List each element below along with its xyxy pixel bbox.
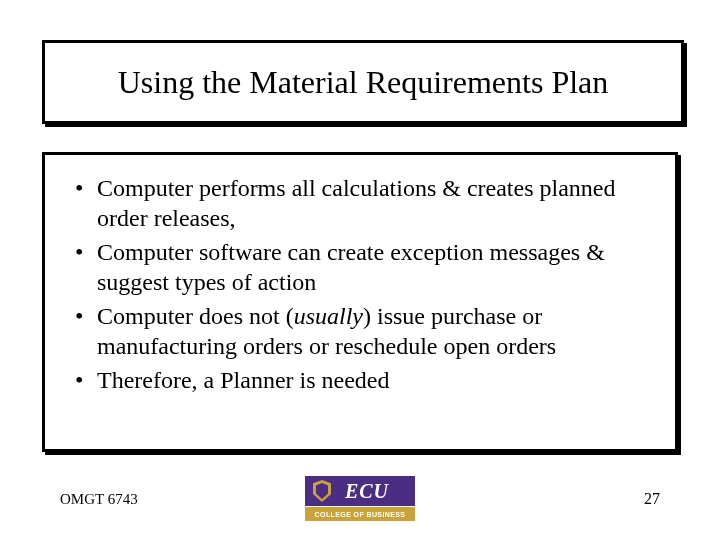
ecu-logo: ECU COLLEGE OF BUSINESS: [305, 476, 415, 522]
bullet-text: Therefore, a Planner is needed: [97, 367, 390, 393]
footer: OMGT 6743 ECU COLLEGE OF BUSINESS 27: [0, 476, 720, 522]
body-box: Computer performs all calculations & cre…: [42, 152, 678, 452]
bullet-list: Computer performs all calculations & cre…: [69, 173, 651, 395]
shield-icon: [313, 480, 331, 502]
logo-top: ECU: [305, 476, 415, 506]
list-item: Computer software can create exception m…: [69, 237, 651, 297]
bullet-text: Computer performs all calculations & cre…: [97, 175, 615, 231]
logo-bottom: COLLEGE OF BUSINESS: [305, 506, 415, 521]
title-box: Using the Material Requirements Plan: [42, 40, 684, 124]
list-item: Computer does not (usually) issue purcha…: [69, 301, 651, 361]
list-item: Computer performs all calculations & cre…: [69, 173, 651, 233]
list-item: Therefore, a Planner is needed: [69, 365, 651, 395]
slide: Using the Material Requirements Plan Com…: [0, 0, 720, 540]
course-code: OMGT 6743: [60, 491, 138, 508]
slide-title: Using the Material Requirements Plan: [118, 64, 609, 101]
logo-acronym: ECU: [345, 480, 389, 503]
bullet-text: Computer does not (: [97, 303, 294, 329]
bullet-em: usually: [294, 303, 363, 329]
logo-subline: COLLEGE OF BUSINESS: [315, 511, 406, 518]
bullet-text: Computer software can create exception m…: [97, 239, 605, 295]
page-number: 27: [644, 490, 660, 508]
